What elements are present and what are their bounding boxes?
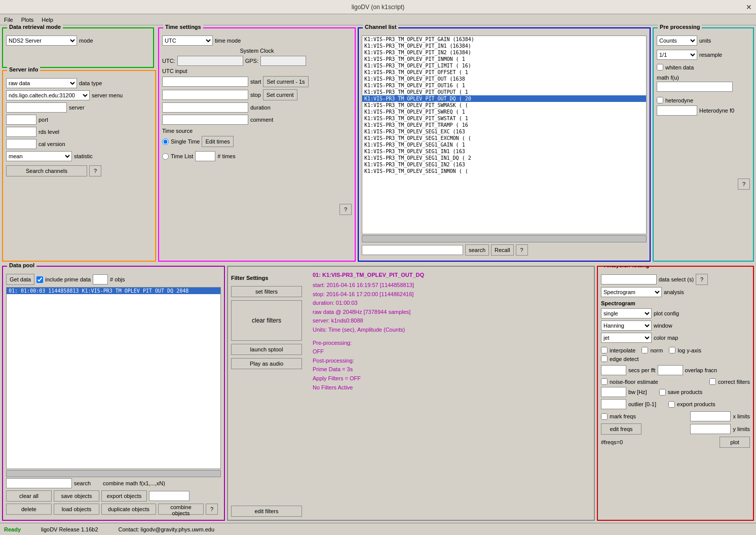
list-item[interactable]: K1:VIS-PR3_TM_OPLEV_PIT_TRAMP ( 16 bbox=[362, 122, 646, 128]
rds-level-input[interactable]: 0 bbox=[6, 127, 36, 137]
start-input[interactable]: 2016-04-16 16:20:00 bbox=[162, 77, 248, 87]
menu-help[interactable]: Help bbox=[42, 17, 53, 23]
single-time-radio[interactable] bbox=[162, 138, 169, 145]
overlap-fracn-input[interactable]: 0.5 bbox=[658, 365, 683, 375]
time-help-button[interactable]: ? bbox=[339, 204, 352, 215]
list-item[interactable]: K1:VIS-PR3_TM_OPLEV_PIT_SWSTAT ( 1 bbox=[362, 115, 646, 122]
data-pool-list[interactable]: 01: 01:00:03 1144858813 K1:VIS-PR3 TM OP… bbox=[6, 287, 221, 469]
include-prime-data-checkbox[interactable] bbox=[36, 276, 43, 283]
list-item[interactable]: K1:VIS-PR3_TM_OPLEV_PIT_INMON ( 1 bbox=[362, 56, 646, 62]
get-data-button[interactable]: Get data bbox=[6, 274, 34, 285]
correct-filters-checkbox[interactable] bbox=[709, 378, 716, 385]
delete-button[interactable]: delete bbox=[6, 504, 52, 515]
analysis-select[interactable]: Spectrogram bbox=[601, 287, 662, 297]
mode-select[interactable]: NDS2 Server bbox=[6, 35, 77, 46]
server-input[interactable]: k1nds0 bbox=[6, 102, 67, 113]
x-limits-input[interactable] bbox=[690, 411, 731, 421]
list-item[interactable]: K1:VIS-PR3_TM_OPLEV_PIT_GAIN (16384) bbox=[362, 36, 646, 43]
list-item[interactable]: K1:VIS-PR3_TM_OPLEV_PIT_OFFSET ( 1 bbox=[362, 69, 646, 76]
set-current-minus1-button[interactable]: Set current - 1s bbox=[263, 76, 308, 87]
combine-math-input[interactable] bbox=[149, 491, 190, 501]
list-item[interactable]: K1:VIS-PR3_TM_OPLEV_SEG1_GAIN ( 1 bbox=[362, 141, 646, 148]
channel-scrollbar[interactable] bbox=[362, 235, 647, 242]
channel-listbox[interactable]: K1:VIS-PR3_TM_OPLEV_PIT_GAIN (16384) K1:… bbox=[362, 35, 647, 234]
statistic-select[interactable]: mean bbox=[6, 151, 72, 161]
list-item[interactable]: K1:VIS-PR3_TM_OPLEV_PIT_OUT_DQ ( 20 bbox=[362, 95, 646, 102]
log-y-checkbox[interactable] bbox=[669, 347, 675, 353]
math-fu-input[interactable]: u bbox=[657, 82, 733, 92]
plot-button[interactable]: plot bbox=[720, 437, 750, 448]
edit-freqs-button[interactable]: edit freqs bbox=[601, 423, 641, 435]
set-filters-button[interactable]: set filters bbox=[231, 286, 302, 297]
list-item[interactable]: 01: 01:00:03 1144858813 K1:VIS-PR3 TM OP… bbox=[7, 288, 220, 294]
server-menu-select[interactable]: nds.ligo.caltech.edu:31200 bbox=[6, 90, 90, 100]
duplicate-objects-button[interactable]: duplicate objects bbox=[101, 504, 156, 515]
list-item[interactable]: K1:VIS-PR3_TM_OPLEV_PIT_IN1 (16384) bbox=[362, 43, 646, 49]
search-channels-button[interactable]: Search channels bbox=[6, 165, 87, 176]
window-select[interactable]: Hanning bbox=[601, 320, 652, 331]
heterodyne-checkbox[interactable] bbox=[657, 97, 663, 103]
list-item[interactable]: K1:VIS-PR3_TM_OPLEV_PIT_LIMIT ( 16) bbox=[362, 62, 646, 69]
whiten-data-checkbox[interactable] bbox=[657, 64, 663, 70]
clear-all-button[interactable]: clear all bbox=[6, 490, 52, 502]
pre-processing-help-button[interactable]: ? bbox=[738, 179, 750, 190]
data-select-input[interactable]: 0:end bbox=[601, 274, 657, 284]
plot-config-select[interactable]: single bbox=[601, 308, 652, 318]
time-list-radio[interactable] bbox=[162, 153, 169, 160]
edit-filters-button[interactable]: edit filters bbox=[231, 506, 302, 517]
cal-version-input[interactable]: 1 bbox=[6, 139, 36, 149]
channel-recall-button[interactable]: Recall bbox=[491, 244, 514, 256]
analysis-help-button[interactable]: ? bbox=[696, 274, 708, 285]
pool-scrollbar[interactable] bbox=[6, 470, 221, 477]
set-current-button[interactable]: Set current bbox=[263, 89, 297, 100]
num-times-input[interactable]: 0 bbox=[195, 151, 215, 161]
noise-floor-checkbox[interactable] bbox=[601, 378, 608, 385]
export-objects-button[interactable]: export objects bbox=[101, 490, 147, 502]
combine-objects-button[interactable]: combine objects bbox=[158, 504, 204, 515]
list-item[interactable]: K1:VIS-PR3_TM_OPLEV_SEG1_IN1_DQ ( 2 bbox=[362, 155, 646, 161]
save-products-checkbox[interactable] bbox=[659, 389, 666, 396]
time-mode-select[interactable]: UTC bbox=[162, 35, 213, 46]
mark-freqs-checkbox[interactable] bbox=[601, 413, 608, 420]
list-item[interactable]: K1:VIS-PR3_TM_OPLEV_PIT_SWREQ ( 1 bbox=[362, 109, 646, 115]
stop-input[interactable]: 2016-04-16 17:20:00 bbox=[162, 90, 248, 100]
pool-search-input[interactable] bbox=[6, 478, 72, 488]
export-products-checkbox[interactable] bbox=[668, 401, 675, 408]
load-objects-button[interactable]: load objects bbox=[54, 504, 99, 515]
y-limits-input[interactable] bbox=[690, 424, 731, 434]
menu-plots[interactable]: Plots bbox=[21, 17, 33, 23]
list-item[interactable]: K1:VIS-PR3_TM_OPLEV_PIT_SWMASK ( ( bbox=[362, 102, 646, 109]
list-item[interactable]: K1:VIS-PR3_TM_OPLEV_SEG1_EXCMON ( ( bbox=[362, 135, 646, 141]
outlier-input[interactable]: 0.8 bbox=[601, 399, 626, 409]
list-item[interactable]: K1:VIS-PR3_TM_OPLEV_SEG1_IN2 (163 bbox=[362, 161, 646, 168]
color-map-select[interactable]: jet bbox=[601, 333, 652, 343]
channel-help-button[interactable]: ? bbox=[516, 244, 528, 256]
list-item[interactable]: K1:VIS-PR3_TM_OPLEV_PIT_OUTPUT ( 1 bbox=[362, 89, 646, 95]
list-item[interactable]: K1:VIS-PR3_TM_OPLEV_SEG1_IN1 (163 bbox=[362, 148, 646, 155]
secs-per-fft-input[interactable]: 1 bbox=[601, 365, 626, 375]
bw-input[interactable]: 16 bbox=[601, 387, 626, 397]
menu-file[interactable]: File bbox=[4, 17, 13, 23]
list-item[interactable]: K1:VIS-PR3_TM_OPLEV_SEG1_INMON ( ( bbox=[362, 168, 646, 174]
list-item[interactable]: K1:VIS-PR3_TM_OPLEV_SEG1_EXC (163 bbox=[362, 128, 646, 135]
num-objs-input[interactable]: 1 bbox=[93, 274, 108, 284]
data-type-select[interactable]: raw data bbox=[6, 78, 77, 88]
edge-detect-checkbox[interactable] bbox=[601, 355, 608, 362]
clear-filters-button[interactable]: clear filters bbox=[231, 300, 302, 341]
play-as-audio-button[interactable]: Play as audio bbox=[231, 358, 302, 369]
resample-select[interactable]: 1/1 bbox=[657, 50, 697, 60]
launch-sptool-button[interactable]: launch sptool bbox=[231, 344, 302, 355]
port-input[interactable]: 8088 bbox=[6, 115, 36, 125]
edit-times-button[interactable]: Edit times bbox=[202, 136, 233, 147]
norm-checkbox[interactable] bbox=[641, 347, 648, 353]
duration-input[interactable]: 01:00:00 bbox=[162, 102, 248, 113]
heterodyne-f0-input[interactable]: 100 bbox=[657, 105, 697, 116]
server-help-button[interactable]: ? bbox=[89, 165, 101, 176]
list-item[interactable]: K1:VIS-PR3_TM_OPLEV_PIT_IN2 (16384) bbox=[362, 49, 646, 56]
close-icon[interactable]: ✕ bbox=[746, 3, 752, 11]
units-select[interactable]: Counts bbox=[657, 35, 697, 46]
list-item[interactable]: K1:VIS-PR3_TM_OPLEV_PIT_OUT (1638 bbox=[362, 76, 646, 82]
comment-input[interactable] bbox=[162, 115, 248, 125]
list-item[interactable]: K1:VIS-PR3_TM_OPLEV_PIT_OUT16 ( 1 bbox=[362, 82, 646, 89]
channel-search-input[interactable]: OPLEV bbox=[362, 245, 463, 255]
